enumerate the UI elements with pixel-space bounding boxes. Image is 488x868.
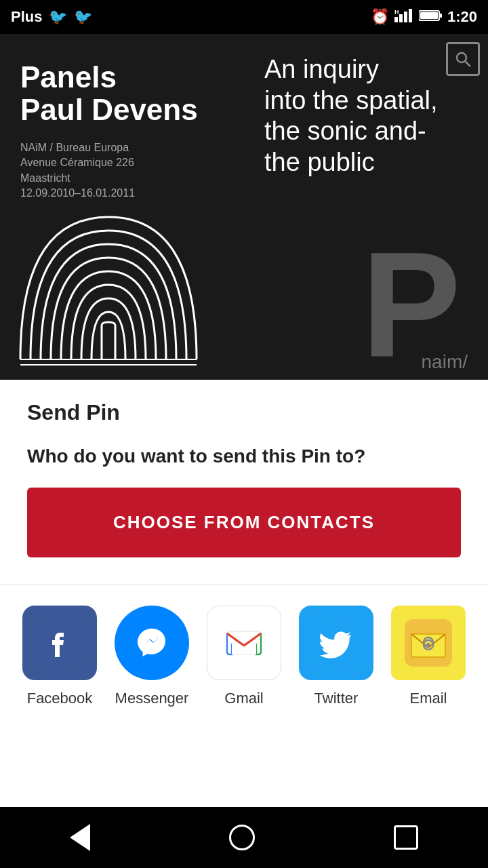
messenger-label: Messenger <box>115 690 189 707</box>
svg-point-10 <box>457 53 466 62</box>
send-pin-section: Send Pin Who do you want to send this Pi… <box>0 380 488 585</box>
nav-home-button[interactable] <box>229 825 255 850</box>
send-pin-question: Who do you want to send this Pin to? <box>27 446 461 467</box>
twitter-icon <box>299 606 373 680</box>
facebook-label: Facebook <box>27 690 93 707</box>
svg-rect-1 <box>399 14 403 22</box>
share-email[interactable]: Email <box>382 606 474 707</box>
status-right: ⏰ H 1:20 <box>371 7 477 26</box>
time-label: 1:20 <box>447 8 477 26</box>
choose-contacts-button[interactable]: CHOOSE FROM CONTACTS <box>27 488 461 557</box>
poster-inquiry: An inquiryinto the spatial,the sonic and… <box>264 54 468 178</box>
recents-icon <box>394 825 418 850</box>
carrier-label: Plus <box>11 8 42 26</box>
share-facebook[interactable]: Facebook <box>14 606 106 707</box>
share-gmail[interactable]: Gmail <box>198 606 290 707</box>
share-messenger[interactable]: Messenger <box>106 606 198 707</box>
svg-rect-2 <box>404 12 407 22</box>
gmail-label: Gmail <box>224 690 263 707</box>
alarm-icon: ⏰ <box>371 8 389 26</box>
arc-graphic <box>14 203 203 366</box>
svg-rect-7 <box>420 12 438 19</box>
send-pin-title: Send Pin <box>27 400 461 425</box>
pin-image: PanelsPaul Devens NAiM / Bureau EuropaAv… <box>0 34 488 380</box>
share-apps-row: Facebook Messenger <box>0 606 488 728</box>
twitter-icon-status-2: 🐦 <box>74 8 92 26</box>
status-bar: Plus 🐦 🐦 ⏰ H 1:20 <box>0 0 488 34</box>
messenger-icon <box>115 606 189 680</box>
share-twitter[interactable]: Twitter <box>290 606 382 707</box>
twitter-icon-status-1: 🐦 <box>49 8 67 26</box>
nav-recents-button[interactable] <box>394 825 418 850</box>
home-icon <box>229 825 255 850</box>
svg-text:H: H <box>394 9 399 16</box>
back-icon <box>70 824 90 851</box>
gmail-icon <box>207 606 281 680</box>
search-icon <box>446 42 480 76</box>
svg-line-11 <box>465 61 470 66</box>
divider <box>0 585 488 585</box>
nav-bar <box>0 807 488 868</box>
battery-icon <box>419 8 442 26</box>
poster-title: PanelsPaul Devens <box>20 61 224 127</box>
email-icon <box>391 606 466 680</box>
nav-back-button[interactable] <box>70 824 90 851</box>
svg-rect-0 <box>394 17 398 22</box>
svg-rect-3 <box>409 9 412 22</box>
twitter-label: Twitter <box>314 690 359 707</box>
naim-logo: naim/ <box>422 351 468 373</box>
status-left: Plus 🐦 🐦 <box>11 8 92 26</box>
signal-icon: H <box>394 7 413 26</box>
svg-rect-6 <box>439 14 442 18</box>
facebook-icon <box>22 606 97 680</box>
poster-subtitle: NAiM / Bureau EuropaAvenue Céramique 226… <box>20 140 224 201</box>
email-label: Email <box>409 690 447 707</box>
